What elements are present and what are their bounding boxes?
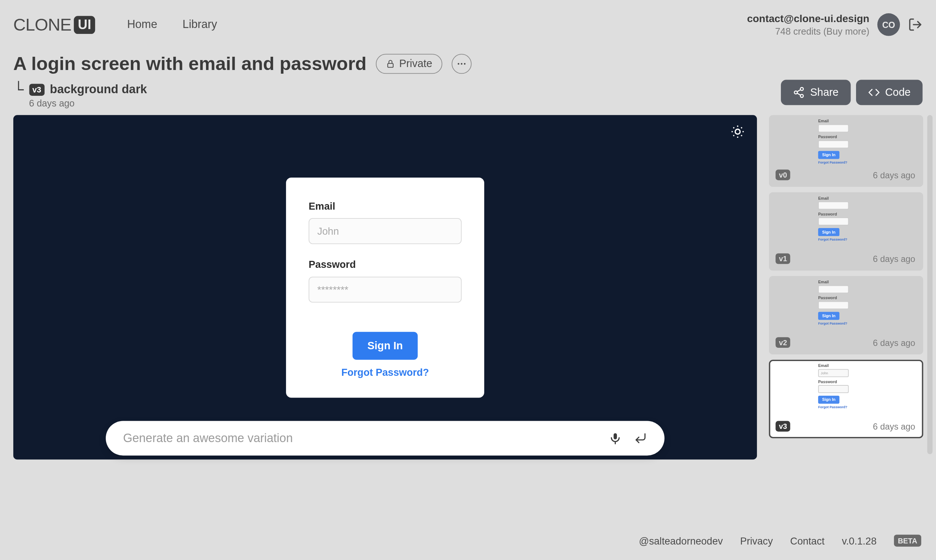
more-options-button[interactable] — [451, 54, 471, 74]
version-date: 6 days ago — [29, 98, 147, 109]
version-card-date: 6 days ago — [873, 422, 915, 432]
share-button[interactable]: Share — [781, 80, 850, 105]
theme-toggle[interactable] — [730, 125, 745, 139]
version-card-badge: v2 — [776, 337, 790, 348]
logo-text: CLONE — [13, 14, 71, 35]
email-label: Email — [309, 200, 462, 211]
code-icon — [868, 86, 880, 98]
version-card-v1[interactable]: Email Password Sign InForgot Password? v… — [769, 192, 924, 271]
preview-column: Email Password Sign In Forgot Password? — [13, 115, 757, 460]
version-card-badge: v0 — [776, 170, 790, 180]
code-button[interactable]: Code — [856, 80, 923, 105]
avatar[interactable]: CO — [878, 13, 900, 36]
share-icon — [793, 86, 805, 98]
sun-icon — [730, 125, 745, 139]
user-email: contact@clone-ui.design — [747, 12, 869, 25]
footer-contact[interactable]: Contact — [790, 535, 824, 546]
version-row: └ v3 background dark 6 days ago Share Co… — [0, 83, 936, 108]
version-card-date: 6 days ago — [873, 171, 915, 180]
lock-icon — [386, 59, 395, 69]
prompt-input[interactable] — [123, 431, 597, 445]
version-card-date: 6 days ago — [873, 254, 915, 264]
svg-point-2 — [458, 63, 459, 65]
svg-point-10 — [735, 129, 740, 134]
svg-line-8 — [797, 90, 801, 92]
title-row: A login screen with email and password P… — [0, 54, 936, 75]
svg-line-13 — [733, 128, 734, 128]
version-badge: v3 — [29, 84, 45, 95]
preview-frame: Email Password Sign In Forgot Password? — [13, 115, 757, 460]
footer: @salteadorneodev Privacy Contact v.0.1.2… — [0, 524, 936, 560]
version-card-v0[interactable]: Email Password Sign InForgot Password? v… — [769, 115, 924, 187]
svg-line-14 — [741, 135, 742, 136]
version-card-date: 6 days ago — [873, 338, 915, 348]
svg-line-17 — [733, 135, 734, 136]
password-input[interactable] — [309, 277, 462, 303]
prompt-bar — [106, 421, 664, 456]
microphone-icon[interactable] — [609, 432, 622, 445]
share-label: Share — [810, 86, 839, 98]
svg-line-9 — [797, 94, 801, 95]
version-card-v2[interactable]: Email Password Sign InForgot Password? v… — [769, 276, 924, 355]
nav-home[interactable]: Home — [127, 18, 157, 31]
branch-icon: └ — [13, 82, 23, 99]
svg-line-18 — [741, 128, 742, 128]
footer-privacy[interactable]: Privacy — [740, 535, 773, 546]
privacy-label: Private — [399, 58, 432, 70]
svg-point-4 — [464, 63, 465, 65]
versions-sidebar: Email Password Sign InForgot Password? v… — [769, 115, 924, 460]
nav-library[interactable]: Library — [182, 18, 217, 31]
svg-point-3 — [460, 63, 462, 65]
footer-version: v.0.1.28 — [842, 535, 876, 546]
version-card-v3[interactable]: EmailJohn Password Sign InForgot Passwor… — [769, 360, 924, 438]
footer-author[interactable]: @salteadorneodev — [639, 535, 723, 546]
version-thumbnail: Email Password Sign InForgot Password? — [818, 196, 858, 242]
page-title: A login screen with email and password — [13, 54, 366, 75]
main-nav: Home Library — [127, 18, 217, 31]
version-name: v3 background dark — [29, 83, 147, 97]
svg-rect-1 — [388, 64, 393, 68]
logout-icon[interactable] — [908, 17, 923, 32]
beta-badge: BETA — [894, 535, 921, 546]
version-card-badge: v3 — [776, 421, 790, 432]
submit-icon[interactable] — [634, 432, 647, 445]
password-label: Password — [309, 258, 462, 270]
logo-badge: UI — [74, 16, 95, 34]
privacy-badge[interactable]: Private — [376, 54, 442, 74]
logo[interactable]: CLONE UI — [13, 14, 95, 35]
app-header: CLONE UI Home Library contact@clone-ui.d… — [0, 0, 936, 49]
forgot-password-link[interactable]: Forgot Password? — [309, 366, 462, 378]
email-input[interactable] — [309, 218, 462, 244]
login-card: Email Password Sign In Forgot Password? — [286, 178, 484, 397]
scrollbar[interactable] — [927, 115, 932, 455]
version-thumbnail: Email Password Sign InForgot Password? — [818, 119, 858, 165]
user-info: contact@clone-ui.design 748 credits (Buy… — [747, 12, 869, 37]
version-thumbnail: EmailJohn Password Sign InForgot Passwor… — [818, 364, 858, 409]
code-label: Code — [885, 86, 911, 98]
dots-icon — [456, 58, 467, 69]
user-credits[interactable]: 748 credits (Buy more) — [747, 25, 869, 38]
version-title: background dark — [50, 83, 147, 97]
version-thumbnail: Email Password Sign InForgot Password? — [818, 280, 858, 325]
signin-button[interactable]: Sign In — [353, 332, 417, 360]
version-card-badge: v1 — [776, 254, 790, 264]
